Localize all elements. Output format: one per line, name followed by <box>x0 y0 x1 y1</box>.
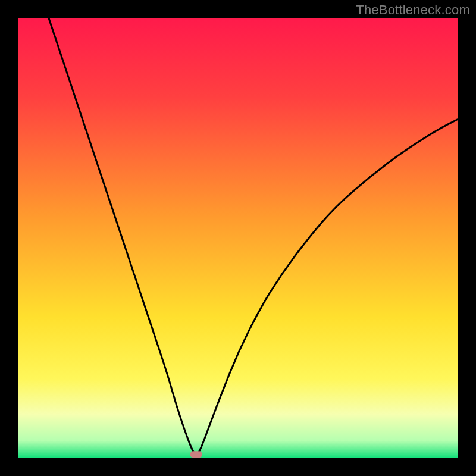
plot-area <box>18 18 458 458</box>
watermark-text: TheBottleneck.com <box>356 2 470 18</box>
chart-frame: TheBottleneck.com <box>0 0 476 476</box>
bottleneck-curve <box>49 18 458 455</box>
optimal-marker <box>190 451 202 458</box>
chart-svg <box>18 18 458 458</box>
